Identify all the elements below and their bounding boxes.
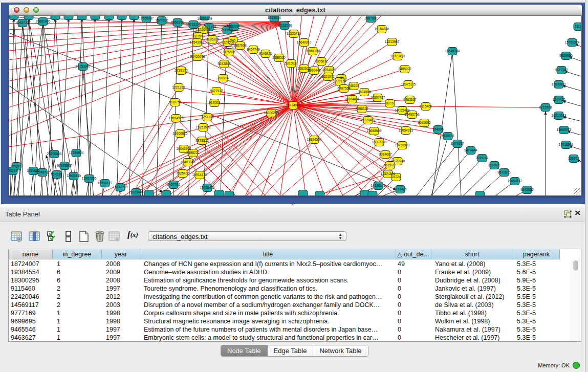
svg-text:1221333: 1221333 xyxy=(172,85,185,89)
svg-text:780314: 780314 xyxy=(217,76,229,80)
svg-text:90975867: 90975867 xyxy=(57,164,72,167)
svg-text:9474444: 9474444 xyxy=(464,148,477,152)
svg-text:93163: 93163 xyxy=(9,169,17,172)
svg-text:1527602: 1527602 xyxy=(155,18,168,22)
svg-text:1010755: 1010755 xyxy=(168,100,182,104)
svg-text:164095: 164095 xyxy=(432,127,444,131)
svg-text:1588520: 1588520 xyxy=(272,56,286,59)
svg-text:16782759: 16782759 xyxy=(113,185,128,189)
svg-text:20206556: 20206556 xyxy=(47,152,62,156)
svg-text:18724007: 18724007 xyxy=(286,103,301,107)
svg-text:16053809: 16053809 xyxy=(198,17,212,20)
svg-text:12218596: 12218596 xyxy=(277,24,292,27)
svg-text:3875685: 3875685 xyxy=(222,50,235,54)
svg-text:8813014: 8813014 xyxy=(268,16,281,19)
svg-text:18307249: 18307249 xyxy=(372,140,387,144)
svg-text:7515521: 7515521 xyxy=(221,28,234,32)
svg-text:7632621: 7632621 xyxy=(488,163,501,167)
svg-text:16210643: 16210643 xyxy=(552,114,567,117)
svg-text:546: 546 xyxy=(230,38,236,42)
svg-text:16640910: 16640910 xyxy=(297,40,312,44)
svg-text:6479197: 6479197 xyxy=(451,142,464,145)
svg-text:10958127: 10958127 xyxy=(98,181,113,185)
svg-text:8990448: 8990448 xyxy=(308,69,321,72)
svg-text:9427512: 9427512 xyxy=(210,89,223,93)
svg-text:2935114: 2935114 xyxy=(476,156,489,160)
svg-text:7955812: 7955812 xyxy=(315,59,328,63)
svg-text:19166825: 19166825 xyxy=(173,132,188,135)
svg-text:9146821: 9146821 xyxy=(259,52,272,55)
svg-text:22420046: 22420046 xyxy=(190,55,205,58)
svg-text:12975115: 12975115 xyxy=(401,82,416,86)
svg-text:85081: 85081 xyxy=(12,164,21,168)
svg-text:8215958: 8215958 xyxy=(539,105,552,109)
svg-text:17359924: 17359924 xyxy=(69,151,84,155)
svg-text:9327503: 9327503 xyxy=(191,34,205,38)
svg-text:20153340: 20153340 xyxy=(76,64,91,68)
svg-text:7625402: 7625402 xyxy=(176,171,189,175)
svg-text:8878312: 8878312 xyxy=(195,139,209,142)
svg-text:15751074: 15751074 xyxy=(565,40,580,44)
svg-text:10655267: 10655267 xyxy=(139,16,154,20)
svg-text:9777169: 9777169 xyxy=(333,79,346,83)
svg-text:20691406: 20691406 xyxy=(36,19,51,23)
svg-text:17957205: 17957205 xyxy=(82,177,97,180)
svg-text:12093882: 12093882 xyxy=(552,82,567,86)
svg-text:7485003: 7485003 xyxy=(398,67,411,71)
svg-text:3267110: 3267110 xyxy=(201,115,214,119)
svg-text:8454749: 8454749 xyxy=(247,48,260,51)
svg-text:16648764: 16648764 xyxy=(445,49,460,53)
svg-text:9227342: 9227342 xyxy=(555,68,568,72)
svg-text:8671676: 8671676 xyxy=(497,170,511,174)
svg-text:19384554: 19384554 xyxy=(307,138,322,141)
svg-text:16046708: 16046708 xyxy=(177,147,191,150)
svg-text:14136141: 14136141 xyxy=(371,184,386,187)
svg-text:15720407: 15720407 xyxy=(361,118,376,122)
svg-text:114519: 114519 xyxy=(51,172,62,176)
svg-text:6794028: 6794028 xyxy=(322,68,336,72)
svg-text:16914479: 16914479 xyxy=(192,173,207,177)
svg-text:9245052: 9245052 xyxy=(520,188,534,191)
svg-text:4055724: 4055724 xyxy=(16,21,29,25)
svg-text:6216: 6216 xyxy=(386,101,394,105)
svg-text:12942737: 12942737 xyxy=(35,170,50,174)
svg-text:10025488: 10025488 xyxy=(395,108,410,112)
svg-text:7857224: 7857224 xyxy=(227,25,241,28)
svg-text:9084067: 9084067 xyxy=(379,152,392,156)
svg-text:2718170: 2718170 xyxy=(175,69,188,72)
svg-text:10719155: 10719155 xyxy=(186,23,201,26)
svg-text:6966160: 6966160 xyxy=(171,20,184,24)
svg-text:12213967: 12213967 xyxy=(385,40,400,43)
svg-text:17016504: 17016504 xyxy=(559,143,574,146)
svg-text:13654923: 13654923 xyxy=(399,128,413,132)
svg-text:8186328: 8186328 xyxy=(206,37,219,41)
svg-text:12505115: 12505115 xyxy=(67,174,81,178)
svg-text:9463627: 9463627 xyxy=(403,98,417,101)
svg-text:25224: 25224 xyxy=(391,175,401,179)
svg-text:12923448: 12923448 xyxy=(129,190,144,194)
svg-text:6497568: 6497568 xyxy=(337,86,351,90)
svg-text:19654923: 19654923 xyxy=(169,116,184,120)
svg-text:1733426: 1733426 xyxy=(394,187,407,191)
svg-text:9699695: 9699695 xyxy=(418,121,431,124)
svg-text:13226058: 13226058 xyxy=(196,28,211,31)
svg-text:20364436: 20364436 xyxy=(345,97,360,101)
svg-text:16543962: 16543962 xyxy=(190,40,205,44)
svg-text:16120746: 16120746 xyxy=(390,159,405,163)
svg-text:2867608: 2867608 xyxy=(233,43,247,47)
svg-text:10807487: 10807487 xyxy=(371,96,385,99)
svg-text:7886322: 7886322 xyxy=(355,107,368,111)
svg-text:9115460: 9115460 xyxy=(420,104,432,108)
svg-text:917003: 917003 xyxy=(209,101,220,104)
svg-text:2687682: 2687682 xyxy=(364,16,378,20)
svg-text:1244415: 1244415 xyxy=(552,98,565,101)
svg-text:18300295: 18300295 xyxy=(264,111,279,115)
svg-text:9329966: 9329966 xyxy=(559,54,573,57)
svg-text:11325419: 11325419 xyxy=(287,32,301,35)
svg-text:15353593: 15353593 xyxy=(196,125,211,129)
svg-text:9242843: 9242843 xyxy=(217,62,231,65)
svg-text:1112: 1112 xyxy=(575,25,581,28)
svg-text:19756928: 19756928 xyxy=(395,143,410,147)
svg-text:10973493: 10973493 xyxy=(390,54,405,58)
svg-text:15409348: 15409348 xyxy=(181,160,195,164)
